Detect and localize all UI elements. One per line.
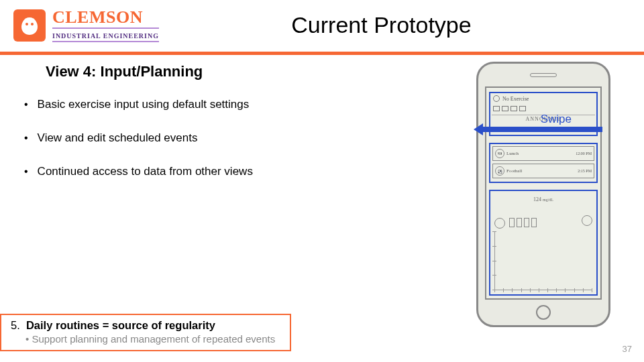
bar-group [509,218,537,227]
home-button-icon [536,305,551,320]
panel-graph: 124 mg/dL [489,190,598,296]
graph-axes [494,231,592,290]
callout-sub: Support planning and management of repea… [11,333,275,345]
header: CLEMSON INDUSTRIAL ENGINEERING Current P… [0,0,644,50]
callout-title: 5. Daily routines = source of regularity [11,319,275,332]
phone-speaker-icon [530,73,557,77]
slide-title: Current Prototype [132,12,631,38]
nav-left-icon [494,218,505,229]
event-row: ⚽ Football 2:15 PM [492,164,594,178]
swipe-arrow-icon [474,127,602,133]
svg-point-1 [25,23,28,25]
svg-point-2 [31,23,34,25]
meal-icon: 🍽 [495,149,504,158]
glucose-reading: 124 mg/dL [533,196,553,202]
clemson-paw-icon [13,9,46,42]
callout-box: 5. Daily routines = source of regularity… [0,314,291,351]
input-label: No Exercise [502,96,529,102]
swipe-label: Swipe [541,113,572,126]
page-number: 37 [623,344,632,354]
panel-events: 🍽 Lunch 12:00 PM ⚽ Football 2:15 PM [489,143,598,183]
event-row: 🍽 Lunch 12:00 PM [492,146,594,161]
phone-sketch: No Exercise ANNOUNCE 🍽 Lunch 12:00 PM ⚽ … [476,62,610,327]
nav-right-icon [582,215,592,226]
sport-icon: ⚽ [495,166,504,176]
radio-icon [493,95,500,102]
